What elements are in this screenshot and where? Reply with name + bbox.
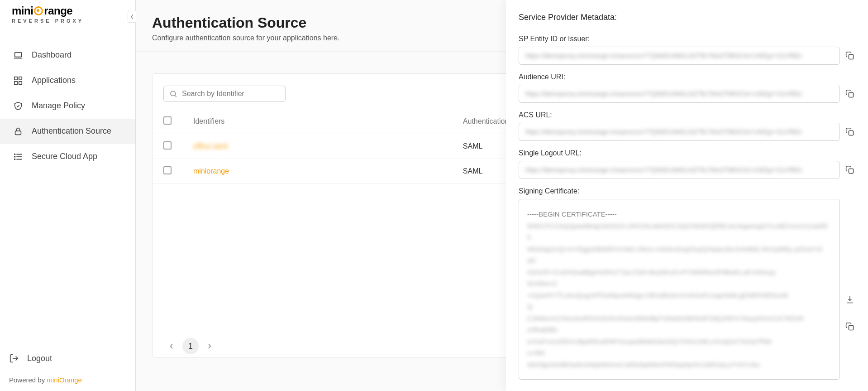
svg-point-11 — [14, 159, 15, 160]
select-all-checkbox[interactable] — [163, 116, 172, 125]
sidebar-item-manage-policy[interactable]: Manage Policy — [0, 93, 135, 119]
svg-point-10 — [14, 156, 15, 157]
sidebar-item-label: Authentication Source — [32, 126, 111, 136]
svg-rect-4 — [19, 82, 22, 84]
sidebar-item-label: Applications — [32, 75, 76, 86]
sidebar-nav: Dashboard Applications Manage Policy Aut… — [0, 30, 135, 346]
brand-o-icon — [34, 6, 43, 15]
cert-line: MSAtap2uQ+mYEgpzNbWErtVsWLUNrcr+rtxNnsDu… — [527, 243, 831, 255]
field-signing-certificate: Signing Certificate: -----BEGIN CERTIFIC… — [519, 187, 855, 380]
download-icon[interactable] — [844, 294, 855, 305]
cert-line: Q — [527, 301, 831, 313]
cert-line: +CpaVKYTLckuQngJvPOwNpsAIKbgLV3Kxd6vlsnV… — [527, 290, 831, 301]
copy-icon[interactable] — [844, 88, 855, 99]
sidebar-item-dashboard[interactable]: Dashboard — [0, 43, 135, 68]
svg-rect-18 — [849, 169, 854, 174]
field-label: Audience URI: — [519, 73, 855, 81]
sidebar-item-secure-cloud-app[interactable]: Secure Cloud App — [0, 144, 135, 169]
field-acs-url: ACS URL: https://demoproxy.miniorange.in… — [519, 111, 855, 141]
field-single-logout-url: Single Logout URL: https://demoproxy.min… — [519, 149, 855, 179]
logout-button[interactable]: Logout — [0, 346, 135, 371]
svg-rect-17 — [849, 131, 854, 135]
cert-line: aS — [527, 255, 831, 266]
sidebar-item-label: Secure Cloud App — [32, 151, 97, 162]
sidebar: mini range REVERSE PROXY Dashboard — [0, 0, 136, 391]
svg-rect-16 — [849, 93, 854, 97]
brand-link[interactable]: miniOrange — [47, 376, 82, 384]
powered-by-text: Powered by — [9, 376, 47, 384]
copy-icon[interactable] — [844, 321, 855, 332]
footer: Powered by miniOrange — [0, 371, 135, 391]
brand-text-right: range — [44, 5, 72, 17]
cert-line: MIIDxTCCAq2gAwIBAgIJAOtoS+cRSVbLMA0GCSqG… — [527, 220, 831, 243]
copy-icon[interactable] — [844, 164, 855, 175]
field-value[interactable]: https://demoproxy.miniorange.in/saxxxxxx… — [519, 123, 840, 141]
row-identifier[interactable]: miniorange — [182, 159, 452, 184]
svg-rect-1 — [14, 77, 17, 80]
page-1-button[interactable]: 1 — [182, 338, 199, 354]
metadata-panel: Service Provider Metadata: SP Entity ID … — [506, 0, 868, 391]
list-icon — [13, 151, 24, 162]
cert-line: NrXRw+C — [527, 278, 831, 290]
field-sp-entity-id: SP Entity ID or Issuer: https://demoprox… — [519, 35, 855, 65]
svg-rect-15 — [849, 55, 854, 59]
cert-line: CJiN0vrmCNnvAmRGImGHo1Kwm3ItbHBpTzNw0mkf… — [527, 313, 831, 324]
sidebar-item-authentication-source[interactable]: Authentication Source — [0, 119, 135, 144]
field-label: Signing Certificate: — [519, 187, 855, 195]
field-audience-uri: Audience URI: https://demoproxy.minioran… — [519, 73, 855, 103]
sidebar-item-label: Manage Policy — [32, 101, 85, 111]
shield-icon — [13, 101, 24, 111]
row-checkbox[interactable] — [163, 166, 172, 174]
search-icon — [169, 90, 177, 98]
svg-line-14 — [175, 95, 176, 97]
svg-rect-2 — [19, 77, 22, 80]
logout-icon — [9, 353, 19, 363]
field-value[interactable]: https://demoproxy.miniorange.in/saxxxxxx… — [519, 47, 840, 65]
cert-line: wYodYxmsf3XXJ8pW0nxEf4FXouqvbRdKb3oGtQ7O… — [527, 336, 831, 348]
field-label: ACS URL: — [519, 111, 855, 119]
svg-rect-19 — [849, 326, 854, 330]
sidebar-item-label: Dashboard — [32, 50, 72, 60]
search-input-wrap[interactable] — [163, 86, 286, 102]
sidebar-collapse-button[interactable] — [128, 11, 136, 23]
sidebar-item-applications[interactable]: Applications — [0, 68, 135, 93]
col-identifiers: Identifiers — [182, 109, 452, 134]
svg-rect-0 — [15, 53, 22, 57]
brand-logo: mini range REVERSE PROXY — [0, 0, 135, 30]
main: Authentication Source Configure authenti… — [136, 0, 868, 391]
field-label: SP Entity ID or Issuer: — [519, 35, 855, 43]
certificate-textarea[interactable]: -----BEGIN CERTIFICATE----- MIIDxTCCAq2g… — [519, 199, 840, 380]
brand-text-left: mini — [12, 5, 33, 17]
next-page-button[interactable] — [201, 338, 218, 354]
svg-rect-5 — [15, 131, 21, 135]
row-checkbox[interactable] — [163, 141, 172, 150]
field-label: Single Logout URL: — [519, 149, 855, 157]
search-input[interactable] — [182, 90, 280, 98]
field-value[interactable]: https://demoproxy.miniorange.in/saxxxxxx… — [519, 85, 840, 103]
row-identifier[interactable]: office saml — [182, 134, 452, 159]
cert-line: A625jpUluNBSytKoHdyb/bHxnCuE6nbp6NmPWSqo… — [527, 359, 831, 371]
prev-page-button[interactable] — [163, 338, 180, 354]
field-value[interactable]: https://demoproxy.miniorange.in/saxxxxxx… — [519, 161, 840, 179]
copy-icon[interactable] — [844, 50, 855, 61]
svg-point-9 — [14, 154, 15, 155]
laptop-icon — [13, 50, 24, 61]
svg-point-13 — [171, 91, 176, 96]
svg-rect-3 — [14, 82, 17, 84]
lock-icon — [13, 126, 24, 137]
cert-line: GOxXF+CvDH2eatBgHnDKG77pLZSd+4lxyWruO+PY… — [527, 266, 831, 278]
apps-icon — [13, 75, 24, 86]
copy-icon[interactable] — [844, 126, 855, 137]
cert-line: u+5M — [527, 347, 831, 359]
brand-subtitle: REVERSE PROXY — [12, 18, 84, 24]
cert-line: zHfcdelBc — [527, 324, 831, 336]
cert-begin-line: -----BEGIN CERTIFICATE----- — [527, 208, 831, 220]
panel-title: Service Provider Metadata: — [519, 13, 855, 22]
logout-label: Logout — [27, 354, 52, 363]
